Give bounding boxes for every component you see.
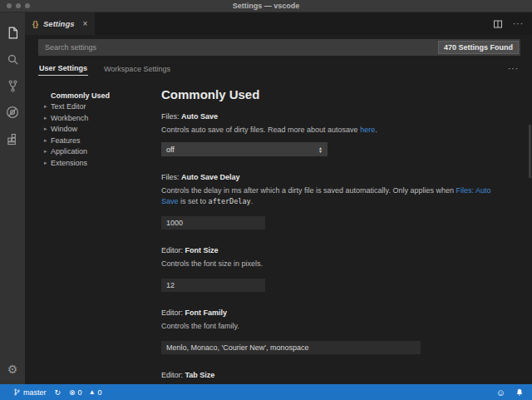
font-size-input[interactable] [161, 279, 265, 292]
settings-toc: Commonly Used ▸ Text Editor ▸ Workbench … [38, 87, 161, 384]
settings-search-input[interactable]: Search settings 470 Settings Found [38, 39, 520, 56]
settings-count-badge: 470 Settings Found [438, 41, 519, 54]
setting-title: Editor: Font Size [161, 246, 520, 254]
sync-icon: ↻ [55, 388, 62, 397]
setting-title: Files: Auto Save Delay [161, 173, 520, 181]
problems-item[interactable]: ⊗ 0 ▲ 0 [69, 388, 102, 397]
setting-description: The number of spaces a tab is equal to. … [161, 383, 505, 384]
auto-save-select[interactable]: off ▲▼ [161, 142, 328, 156]
search-icon[interactable] [0, 46, 25, 72]
feedback-smiley-icon[interactable]: ☺ [496, 388, 505, 398]
toc-item-extensions[interactable]: ▸ Extensions [38, 157, 161, 169]
setting-font-size: Editor: Font Size Controls the font size… [161, 246, 520, 292]
chevron-right-icon: ▸ [44, 115, 51, 121]
settings-more-actions-icon[interactable]: ··· [508, 64, 519, 73]
explorer-icon[interactable] [0, 19, 25, 46]
setting-font-family: Editor: Font Family Controls the font fa… [161, 309, 520, 354]
branch-icon [13, 388, 21, 397]
status-bar: master ↻ ⊗ 0 ▲ 0 ☺ [0, 384, 532, 400]
split-editor-icon[interactable] [493, 19, 503, 29]
font-family-input[interactable] [161, 341, 421, 354]
chevron-right-icon: ▸ [44, 103, 51, 110]
section-heading: Commonly Used [161, 87, 520, 101]
setting-description: Controls the font family. [161, 321, 505, 332]
settings-scope-tabs: User Settings Workspace Settings ··· [38, 56, 520, 81]
toc-item-features[interactable]: ▸ Features [38, 135, 161, 146]
tab-label: Settings [43, 19, 74, 28]
setting-description: Controls the font size in pixels. [161, 259, 505, 269]
toc-item-workbench[interactable]: ▸ Workbench [38, 112, 161, 124]
editor-more-actions-icon[interactable]: ··· [513, 19, 524, 28]
tab-workspace-settings[interactable]: Workspace Settings [103, 62, 171, 76]
extensions-icon[interactable] [0, 126, 25, 152]
activity-bar: ⚙ [0, 12, 25, 384]
manage-gear-icon[interactable]: ⚙ [7, 363, 18, 376]
chevron-right-icon: ▸ [44, 148, 51, 155]
setting-tab-size: Editor: Tab Size The number of spaces a … [161, 371, 520, 384]
error-icon: ⊗ [69, 388, 76, 397]
select-arrows-icon: ▲▼ [318, 146, 323, 153]
sync-button[interactable]: ↻ [55, 388, 62, 397]
auto-save-delay-input[interactable] [161, 216, 265, 230]
setting-title: Editor: Tab Size [161, 371, 520, 379]
settings-list: Commonly Used Files: Auto Save Controls … [161, 87, 520, 384]
toc-item-commonly-used[interactable]: Commonly Used [38, 90, 161, 101]
tab-settings[interactable]: {} Settings × [25, 12, 95, 35]
warning-icon: ▲ [89, 388, 96, 396]
toc-item-text-editor[interactable]: ▸ Text Editor [38, 101, 161, 113]
vscode-window: Settings — vscode [0, 0, 532, 400]
git-branch-item[interactable]: master [13, 388, 47, 397]
search-placeholder: Search settings [45, 43, 96, 52]
debug-icon[interactable] [0, 99, 25, 126]
tab-bar: {} Settings × ··· [25, 12, 532, 35]
window-title: Settings — vscode [0, 2, 532, 10]
setting-description: Controls the delay in ms after which a d… [161, 185, 505, 207]
chevron-right-icon: ▸ [44, 160, 51, 166]
setting-title: Files: Auto Save [161, 112, 520, 121]
setting-auto-save-delay: Files: Auto Save Delay Controls the dela… [161, 173, 520, 230]
source-control-icon[interactable] [0, 72, 25, 99]
chevron-right-icon: ▸ [44, 126, 51, 132]
setting-description: Controls auto save of dirty files. Read … [161, 125, 505, 136]
setting-title: Editor: Font Family [161, 309, 520, 317]
setting-files-auto-save: Files: Auto Save Controls auto save of d… [161, 112, 520, 156]
settings-editor: Search settings 470 Settings Found User … [25, 35, 532, 384]
scrollbar-thumb[interactable] [529, 125, 531, 178]
toc-item-window[interactable]: ▸ Window [38, 124, 161, 136]
json-braces-icon: {} [32, 20, 38, 28]
title-bar: Settings — vscode [0, 0, 532, 12]
toc-item-application[interactable]: ▸ Application [38, 146, 161, 158]
chevron-right-icon: ▸ [44, 137, 51, 144]
tab-user-settings[interactable]: User Settings [38, 61, 88, 76]
close-tab-icon[interactable]: × [83, 19, 88, 28]
notifications-bell-icon[interactable] [515, 388, 524, 397]
